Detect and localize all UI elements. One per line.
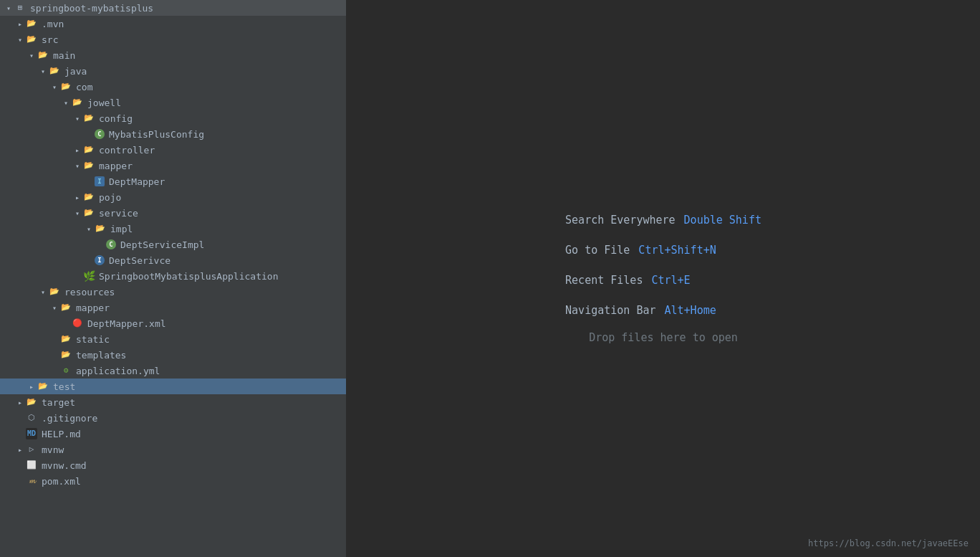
mvnw-icon: ▷ <box>26 444 37 455</box>
tree-label: java <box>64 66 87 77</box>
tree-label: application.yml <box>76 366 160 376</box>
tree-item-resources[interactable]: 📂resources <box>0 284 346 300</box>
class-icon: C <box>106 239 116 249</box>
tree-item-mvn[interactable]: 📂.mvn <box>0 16 346 32</box>
tree-label: controller <box>99 145 155 156</box>
tree-item-config[interactable]: 📂config <box>0 110 346 126</box>
tree-item-controller[interactable]: 📂controller <box>0 142 346 158</box>
shortcut-key: Ctrl+Shift+N <box>638 244 716 257</box>
tree-label: mvnw <box>42 444 64 455</box>
tree-item-root[interactable]: ⊞springboot-mybatisplus <box>0 0 346 16</box>
shortcut-label: Search Everywhere <box>565 214 676 227</box>
file-tree[interactable]: ⊞springboot-mybatisplus📂.mvn📂src📂main📂ja… <box>0 0 347 557</box>
shortcut-label: Navigation Bar <box>565 304 655 317</box>
tree-item-deptmapper_xml[interactable]: 🔴DeptMapper.xml <box>0 315 346 331</box>
arrow-closed <box>14 20 26 28</box>
arrow-open <box>3 4 14 12</box>
arrow-open <box>49 304 60 312</box>
folder-icon: 📂 <box>60 81 72 92</box>
arrow-closed <box>72 146 83 154</box>
shortcut-label: Recent Files <box>565 274 643 287</box>
tree-item-pojo[interactable]: 📂pojo <box>0 189 346 205</box>
tree-label: templates <box>76 350 126 361</box>
yml-icon: ⚙ <box>60 365 72 376</box>
arrow-closed <box>72 194 83 201</box>
arrow-open <box>14 36 26 44</box>
tree-item-test[interactable]: 📂test <box>0 379 346 394</box>
tree-label: src <box>42 34 58 45</box>
cmd-icon: ⬜ <box>26 460 37 471</box>
tree-label: pom.xml <box>42 476 81 487</box>
folder-icon: 📂 <box>37 381 49 392</box>
folder-icon: 📂 <box>83 113 95 124</box>
arrow-open <box>49 83 60 91</box>
class-icon: C <box>95 129 105 139</box>
tree-item-pom_xml[interactable]: 𝓶pom.xml <box>0 473 346 489</box>
folder-icon: 📂 <box>83 191 95 203</box>
tree-label: static <box>76 334 110 345</box>
tree-item-mapper_res[interactable]: 📂mapper <box>0 300 346 315</box>
tree-label: DeptSerivce <box>109 255 170 266</box>
folder-icon: 📂 <box>83 144 95 156</box>
folder-icon: 📂 <box>26 396 37 408</box>
folder-icon: 📂 <box>72 97 83 108</box>
tree-label: test <box>53 381 75 392</box>
editor-area: Search EverywhereDouble ShiftGo to FileC… <box>347 0 980 557</box>
folder-icon: 📂 <box>49 286 60 297</box>
tree-item-deptserviceimpl[interactable]: CDeptServiceImpl <box>0 237 346 252</box>
tree-label: DeptMapper <box>109 176 165 187</box>
tree-label: .gitignore <box>42 413 97 424</box>
tree-label: target <box>42 397 75 408</box>
arrow-open <box>60 99 72 107</box>
tree-item-impl[interactable]: 📂impl <box>0 221 346 237</box>
tree-item-main[interactable]: 📂main <box>0 47 346 63</box>
tree-item-gitignore[interactable]: ⬡.gitignore <box>0 410 346 426</box>
shortcut-item: Recent FilesCtrl+E <box>565 274 762 287</box>
tree-label: pojo <box>99 192 121 203</box>
url-text: https://blog.csdn.net/javaeEEse <box>808 538 969 548</box>
tree-item-deptservice[interactable]: IDeptSerivce <box>0 252 346 268</box>
tree-item-mvnw_cmd[interactable]: ⬜mvnw.cmd <box>0 457 346 473</box>
arrow-open <box>83 225 95 233</box>
folder-icon: 📂 <box>26 18 37 29</box>
folder-icon: 📂 <box>83 160 95 171</box>
folder-icon: 📂 <box>26 34 37 45</box>
tree-label: jowell <box>87 97 121 108</box>
tree-label: MybatisPlusConfig <box>109 129 204 140</box>
tree-item-static[interactable]: 📂static <box>0 331 346 347</box>
tree-item-target[interactable]: 📂target <box>0 394 346 410</box>
tree-label: mapper <box>99 161 133 171</box>
tree-label: DeptServiceImpl <box>120 239 204 250</box>
tree-item-src[interactable]: 📂src <box>0 32 346 47</box>
arrow-open <box>37 67 49 75</box>
tree-label: com <box>76 82 92 92</box>
tree-item-com[interactable]: 📂com <box>0 79 346 95</box>
tree-item-application_yml[interactable]: ⚙application.yml <box>0 363 346 379</box>
tree-item-java[interactable]: 📂java <box>0 63 346 79</box>
folder-icon: 📂 <box>37 49 49 61</box>
arrow-closed <box>26 383 37 391</box>
interface-icon: I <box>95 176 105 186</box>
spring-icon: 🌿 <box>83 270 95 282</box>
tree-item-mvnw[interactable]: ▷mvnw <box>0 442 346 457</box>
tree-label: mapper <box>76 303 110 313</box>
tree-item-mapper[interactable]: 📂mapper <box>0 158 346 173</box>
tree-item-mybatisplus[interactable]: CMybatisPlusConfig <box>0 126 346 142</box>
folder-icon: 📂 <box>60 333 72 345</box>
tree-label: service <box>99 208 138 219</box>
shortcut-list: Search EverywhereDouble ShiftGo to FileC… <box>565 214 762 317</box>
tree-item-springapp[interactable]: 🌿SpringbootMybatisplusApplication <box>0 268 346 284</box>
arrow-open <box>72 115 83 123</box>
tree-item-service[interactable]: 📂service <box>0 205 346 221</box>
shortcut-item: Go to FileCtrl+Shift+N <box>565 244 762 257</box>
tree-item-deptmapper[interactable]: IDeptMapper <box>0 173 346 189</box>
tree-label: DeptMapper.xml <box>87 318 166 329</box>
tree-item-jowell[interactable]: 📂jowell <box>0 95 346 110</box>
folder-icon: 📂 <box>95 223 106 234</box>
project-icon: ⊞ <box>14 2 26 14</box>
tree-item-helpmd[interactable]: MDHELP.md <box>0 426 346 442</box>
tree-item-templates[interactable]: 📂templates <box>0 347 346 363</box>
shortcut-item: Search EverywhereDouble Shift <box>565 214 762 227</box>
shortcut-key: Ctrl+E <box>651 274 690 287</box>
arrow-open <box>26 52 37 59</box>
